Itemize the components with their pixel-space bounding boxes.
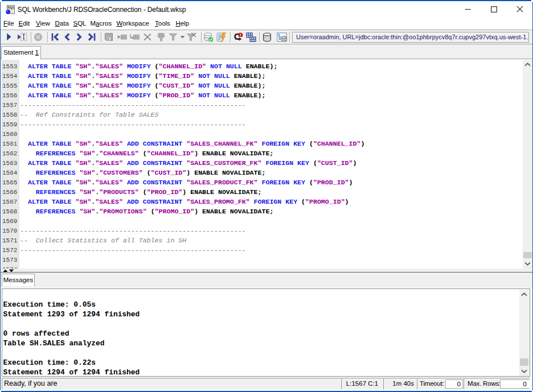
window-border-left <box>0 2 1 390</box>
last-row-button[interactable] <box>85 31 99 43</box>
editor-line-1553: 1553 ALTER TABLE "SH"."SALES" MODIFY ("C… <box>1 61 364 71</box>
timeout-input[interactable]: 0 <box>445 379 463 389</box>
editor-line-1554: 1554 ALTER TABLE "SH"."SALES" MODIFY ("T… <box>1 71 364 81</box>
messages-text: Execution time: 0.05sStatement 1293 of 1… <box>3 290 140 377</box>
editor-line-1557: 1557------------------------------------… <box>1 100 364 110</box>
next-row-button[interactable] <box>72 31 86 43</box>
menu-edit[interactable]: Edit <box>19 17 30 30</box>
line-number: 1563 <box>1 159 19 168</box>
save-icon <box>104 32 113 42</box>
db-explorer-button[interactable] <box>275 31 289 43</box>
execution-timer: 1m 40s <box>383 378 417 390</box>
scroll-up-button[interactable] <box>519 290 529 299</box>
message-line: Table SH.SALES analyzed <box>3 339 140 348</box>
filter-dropdown-icon <box>169 32 186 42</box>
minimize-button[interactable] <box>455 1 481 17</box>
cursor-position: L:1567 C:1 <box>341 378 383 390</box>
menu-help[interactable]: Help <box>176 17 190 30</box>
menu-data[interactable]: Data <box>55 17 69 30</box>
prev-row-icon <box>63 32 72 42</box>
message-line <box>3 348 140 358</box>
scroll-up-button[interactable] <box>523 60 532 69</box>
tab-messages[interactable]: Messages <box>2 274 35 286</box>
line-code: -- Collect Statistics of all Tables in S… <box>19 237 186 244</box>
line-number: 1567 <box>1 197 19 207</box>
editor-line-1568: 1568 REFERENCES "SH"."PROMOTIONS" ("PROM… <box>1 207 364 216</box>
editor-line-1562: 1562 REFERENCES "SH"."CHANNELS" ("CHANNE… <box>1 148 364 158</box>
line-code: REFERENCES "SH"."PROMOTIONS" ("PROMO_ID"… <box>19 208 273 215</box>
pivot-button[interactable] <box>244 31 258 43</box>
line-code: ALTER TABLE "SH"."SALES" MODIFY ("TIME_I… <box>19 72 265 80</box>
line-code: ALTER TABLE "SH"."SALES" ADD CONSTRAINT … <box>19 159 357 167</box>
execute-current-button[interactable] <box>15 31 29 43</box>
stop-icon <box>34 32 43 42</box>
app-icon: SQL <box>6 5 15 14</box>
line-code: REFERENCES "SH"."CUSTOMERS" ("CUST_ID") … <box>19 169 265 176</box>
messages-panel[interactable]: Execution time: 0.05sStatement 1293 of 1… <box>2 288 530 377</box>
line-code: ALTER TABLE "SH"."SALES" ADD CONSTRAINT … <box>19 179 353 186</box>
line-code <box>19 217 20 225</box>
message-line <box>3 290 140 300</box>
menu-sql[interactable]: SQL <box>73 17 87 30</box>
line-code <box>19 256 20 263</box>
menu-macros[interactable]: Macros <box>91 17 112 30</box>
editor-scrollbar-thumb[interactable] <box>523 252 532 258</box>
line-code: REFERENCES "SH"."CHANNELS" ("CHANNEL_ID"… <box>19 150 273 157</box>
editor-line-1565: 1565 ALTER TABLE "SH"."SALES" ADD CONSTR… <box>1 178 364 187</box>
app-window: SQL SQL Workbench/J RDSOracleConnection … <box>0 0 533 392</box>
rollback-button[interactable] <box>214 31 228 43</box>
database-button[interactable] <box>260 31 274 43</box>
line-code <box>19 130 20 138</box>
chevron-down-icon <box>521 369 527 373</box>
sql-editor[interactable]: 1553 ALTER TABLE "SH"."SALES" MODIFY ("C… <box>1 60 523 269</box>
line-number: 1570 <box>1 226 19 236</box>
statement-tab-strip <box>1 44 532 59</box>
svg-text:SQL: SQL <box>7 5 15 9</box>
line-code: ALTER TABLE "SH"."SALES" MODIFY ("CUST_I… <box>19 82 265 89</box>
editor-line-1563: 1563 ALTER TABLE "SH"."SALES" ADD CONSTR… <box>1 158 364 168</box>
line-number: 1568 <box>1 207 19 217</box>
line-number: 1554 <box>1 72 19 81</box>
reconnect-button[interactable] <box>231 31 245 43</box>
chevron-down-icon <box>524 262 531 266</box>
maxrows-input[interactable]: 0 <box>500 379 530 389</box>
line-number: 1560 <box>1 130 19 139</box>
editor-line-1555: 1555 ALTER TABLE "SH"."SALES" MODIFY ("C… <box>1 81 364 90</box>
line-code: ALTER TABLE "SH"."SALES" MODIFY ("PROD_I… <box>19 92 265 99</box>
filter-dropdown-button <box>169 31 186 43</box>
tab-statement-1[interactable]: Statement 1 <box>1 46 41 59</box>
execute-all-icon <box>5 32 14 42</box>
reconnect-icon <box>233 32 243 42</box>
menu-tools[interactable]: Tools <box>155 17 170 30</box>
editor-line-1569: 1569 <box>1 216 364 226</box>
line-code: ALTER TABLE "SH"."SALES" ADD CONSTRAINT … <box>19 198 349 205</box>
editor-vertical-scrollbar[interactable] <box>523 60 532 269</box>
maxrows-label: Max. Rows: <box>468 380 501 387</box>
menu-file[interactable]: File <box>3 17 14 30</box>
first-row-icon <box>51 32 60 42</box>
menu-workspace[interactable]: Workspace <box>117 17 149 30</box>
editor-line-1571: 1571-- Collect Statistics of all Tables … <box>1 236 364 245</box>
execute-all-button[interactable] <box>2 31 16 43</box>
last-row-icon <box>87 32 96 42</box>
messages-vertical-scrollbar[interactable] <box>519 290 529 376</box>
editor-line-1573: 1573 <box>1 255 364 265</box>
editor-line-1574: 1574 <box>1 265 364 269</box>
maximize-button[interactable] <box>481 1 507 17</box>
window-border-top <box>2 0 531 1</box>
messages-scrollbar-thumb[interactable] <box>520 358 528 366</box>
line-number: 1566 <box>1 188 19 197</box>
menu-view[interactable]: View <box>36 17 50 30</box>
save-button <box>102 31 116 43</box>
commit-button[interactable] <box>202 31 215 43</box>
line-code: ----------------------------------------… <box>19 121 246 128</box>
close-button[interactable] <box>507 1 532 17</box>
line-number: 1559 <box>1 120 19 130</box>
toolbar: User=oraadmin, URL=jdbc:oracle:thin:@oo1… <box>1 30 532 44</box>
menu-bar: FileEditViewDataSQLMacrosWorkspaceToolsH… <box>1 17 532 30</box>
insert-row-button <box>115 31 129 43</box>
line-number: 1557 <box>1 101 19 110</box>
scroll-down-button[interactable] <box>523 259 532 269</box>
line-number: 1572 <box>1 246 19 255</box>
scroll-down-button[interactable] <box>519 366 529 376</box>
